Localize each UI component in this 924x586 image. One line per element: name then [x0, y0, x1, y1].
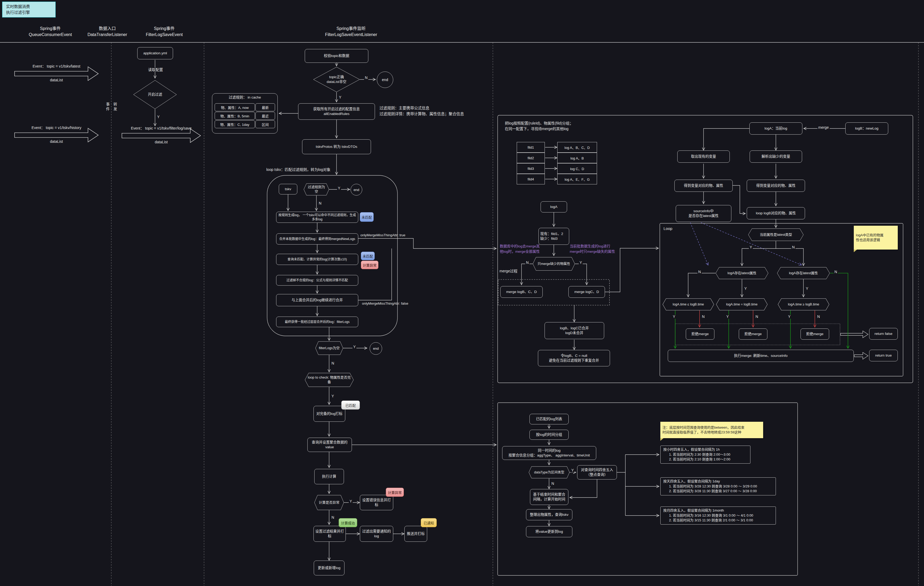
take-existing-node[interactable]: 取出现有的变量: [677, 150, 730, 163]
sourceinfo-node[interactable]: sourceInfo中 是否存在latest属性: [676, 205, 731, 222]
get-enabled-rules-node[interactable]: 获取所有开启过滤的配置信息 allEnabledRules: [298, 103, 375, 120]
merged-state-node[interactable]: logB、logC已合并 logD未合并: [544, 322, 604, 339]
time-le-decision[interactable]: logA.time ≤ logB.time: [662, 298, 714, 311]
end-node-3[interactable]: end: [370, 342, 382, 355]
exec-merge-node[interactable]: 执行merge: 刷新time、sourceInfo: [668, 350, 854, 362]
return-true-node[interactable]: return true: [869, 350, 898, 361]
fild-key-cell[interactable]: fild1: [517, 142, 545, 153]
return-false-node[interactable]: return false: [869, 328, 898, 340]
badge-notified[interactable]: 已通知: [421, 518, 437, 527]
tskv-node[interactable]: tskv: [279, 184, 297, 194]
group-by-time-node[interactable]: 按log的时间分组: [530, 430, 569, 440]
has-latest-right-decision[interactable]: logA存在latest属性: [777, 267, 830, 279]
event-latest-datalist: dataList: [15, 77, 98, 83]
reject-merge-node[interactable]: 拒绝merge: [686, 329, 714, 340]
validate-topic-node[interactable]: 校验topic和数据: [305, 49, 368, 63]
fild-value-cell[interactable]: log A、E、F、G: [557, 174, 597, 184]
enable-filter-decision[interactable]: 开启过滤: [133, 80, 177, 109]
final-filterlogs-node[interactable]: 最终获得一批经过层层合并后的log：filterLogs: [276, 316, 358, 327]
cache-row-tag[interactable]: 最新: [256, 103, 275, 111]
between-sticky-note[interactable]: 注：底层按时间范围查询使用的是between，因此结束 时间就直接取临界值了，不…: [660, 422, 763, 438]
filter-notify-node[interactable]: 过滤出需要通知的log: [360, 526, 393, 542]
edge-label-y: Y: [571, 468, 574, 472]
set-result-node[interactable]: 设置过滤结果并打标: [314, 526, 346, 542]
same-time-group-node[interactable]: 同一时间的log 按聚合信息分组：aggType、 aggInterval、ti…: [502, 446, 596, 460]
badge-unmatched[interactable]: 未匹配: [360, 212, 374, 222]
title-banner[interactable]: 实时数据消费 执行过滤引擎: [2, 2, 56, 18]
calc-start-time-node[interactable]: 基于结束时间和聚合 间隔，计算开始时间: [530, 489, 568, 505]
end-node-1[interactable]: end: [377, 72, 393, 88]
badge-calc-error[interactable]: 计算异常: [361, 261, 378, 269]
filter-invalid-node[interactable]: 过滤掉不合规的log：公式与规则详情不匹配: [276, 275, 358, 286]
only-miss-decision[interactable]: 只merge缺少的物属性: [533, 257, 575, 271]
badge-unmatched[interactable]: 未匹配: [361, 252, 375, 260]
badge-calc-ok[interactable]: 计算成功: [339, 518, 357, 527]
update-value-node[interactable]: 将value更新到log: [526, 526, 573, 537]
badge-calc-error[interactable]: 计算异常: [386, 488, 404, 497]
loop-sticky-note[interactable]: logA中已有的物属 性也适用该逻辑: [854, 226, 898, 250]
fild-value-cell[interactable]: log A、B、C、D: [557, 142, 597, 153]
fild-value-cell[interactable]: log C、D: [557, 163, 597, 174]
set-null-node[interactable]: 令logB、C = null 避免在当前过滤规则下重复合并: [538, 350, 610, 366]
badge-matched[interactable]: 已匹配: [341, 400, 360, 410]
cache-row-attr[interactable]: 物、属性：C, 1day: [214, 120, 255, 128]
group-note: 把log按照配置(ruleId)、物属性(fild)分组； 在同一配置下，寻找待…: [505, 120, 653, 132]
datatype-range-decision[interactable]: dataType为区间类型: [529, 466, 570, 479]
query-unmatched-node[interactable]: 查询未匹配、计算异常的log(计算次数≤10): [276, 254, 358, 265]
update-log-node[interactable]: 更新或新增log: [314, 561, 345, 575]
rule-empty-decision[interactable]: 过滤规则为空: [304, 183, 329, 196]
month-round-note[interactable]: 按月四舍五入，假设聚合间隔为 1month 1. 若当前时间为 3/16 12:…: [660, 507, 776, 525]
reject-merge-node[interactable]: 拒绝merge: [800, 329, 829, 340]
parse-missing-node[interactable]: 解析出缺少的变量: [750, 150, 802, 163]
is-latest-decision[interactable]: 当前属性是latest类型: [748, 228, 804, 241]
edge-label-y: Y: [726, 315, 729, 319]
fild-key-cell[interactable]: fild4: [517, 174, 545, 184]
query-agg-value-node[interactable]: 查询并设置聚合数据的value: [307, 438, 352, 452]
end-node-2[interactable]: end: [351, 184, 362, 196]
has-latest-left-decision[interactable]: logA存在latest属性: [716, 267, 769, 279]
round-query-node[interactable]: 对查询时间四舍五入 （整点查询）: [577, 465, 617, 479]
fild-key-cell[interactable]: fild2: [517, 153, 545, 163]
cache-row-tag[interactable]: 最近: [256, 112, 275, 120]
sort-query-tskv-node[interactable]: 整理出物属性，查询tskv: [526, 509, 573, 520]
merge-cd-node[interactable]: merge logC、D: [568, 286, 605, 298]
generate-log-node[interactable]: 按规则生成log， 一个tskv可以命中不同过滤规则，生成多条log: [276, 212, 358, 223]
diagram-canvas: 实时数据消费 执行过滤引擎 Spring事件 QueueConsumerEven…: [0, 0, 924, 586]
day-round-note[interactable]: 按天四舍五入，假设聚合间隔为 1day 1. 若当前时间为 3/28 12:30…: [660, 477, 776, 495]
merge-batch-node[interactable]: 合并本批数据中生成的log：最终得到mergedNewLogs: [276, 234, 358, 245]
topic-ok-decision[interactable]: topic正确 dataList非空: [313, 67, 360, 92]
filterlogs-empty-decision[interactable]: filterLogs为空: [315, 341, 343, 355]
time-ge-decision[interactable]: logA.time ≥ logB.time: [778, 298, 829, 311]
set-error-node[interactable]: 设置错误信息并打标: [360, 495, 393, 510]
exec-calc-node[interactable]: 执行计算: [314, 469, 344, 484]
logb-new-node[interactable]: logB：newLog: [845, 122, 888, 135]
merge-bcd-node[interactable]: merge logB、C、D: [500, 286, 543, 298]
continue-merge-node[interactable]: 与上面合并后的log继续进行合并: [276, 294, 358, 306]
have-miss-node[interactable]: 现有：fild1、2 缺少：fild3: [538, 228, 569, 245]
loop-logb-node[interactable]: loop logB对应的物、属性: [747, 207, 805, 219]
hour-round-note[interactable]: 按小时四舍五入，假设聚合间隔为 1h 1. 若当前时间为 2:30 则查询 2:…: [660, 446, 751, 464]
edge-label-n: N: [331, 361, 335, 365]
reject-merge-node[interactable]: 拒绝merge: [739, 329, 767, 340]
get-attr-right-node[interactable]: 得到变量对应的物、属性: [747, 179, 805, 192]
cache-row-attr[interactable]: 物、属性：A, now: [214, 103, 255, 111]
get-attr-left-node[interactable]: 得到变量对应的物、属性: [674, 179, 733, 192]
loga-current-node[interactable]: logA：当前log: [749, 122, 802, 135]
mark-complete-node[interactable]: 对完备的log打标: [314, 406, 345, 422]
batch-merge-note: 当前批数据生成的log进行 merge时只merge缺失的属性: [570, 244, 619, 255]
edge-label-y: Y: [579, 261, 583, 265]
time-eq-decision[interactable]: logA.time = logB.time: [716, 298, 768, 311]
loga-node[interactable]: logA: [541, 201, 567, 212]
tskv-dto-node[interactable]: tskvProtos 转为 tskvDTOs: [302, 139, 371, 154]
fild-key-cell[interactable]: fild3: [517, 163, 545, 174]
cache-row-attr[interactable]: 物、属性：B, 5min: [214, 112, 255, 120]
fild-value-cell[interactable]: log A、B: [557, 153, 597, 163]
matched-list-node[interactable]: 已匹配的log列表: [530, 414, 569, 425]
push-mark-node[interactable]: 推送并打标: [404, 526, 427, 542]
only-merge-false-note: onlyMergeMissThingAttr: false: [362, 301, 417, 306]
loop-check-decision[interactable]: loop to check: 物属性是否完备: [305, 373, 354, 387]
application-yml-node[interactable]: application.yml: [137, 47, 173, 59]
calc-error-decision[interactable]: 计算是否异常: [314, 495, 344, 510]
edge-label-y: Y: [338, 95, 342, 99]
cache-row-tag[interactable]: 区间: [256, 120, 275, 128]
